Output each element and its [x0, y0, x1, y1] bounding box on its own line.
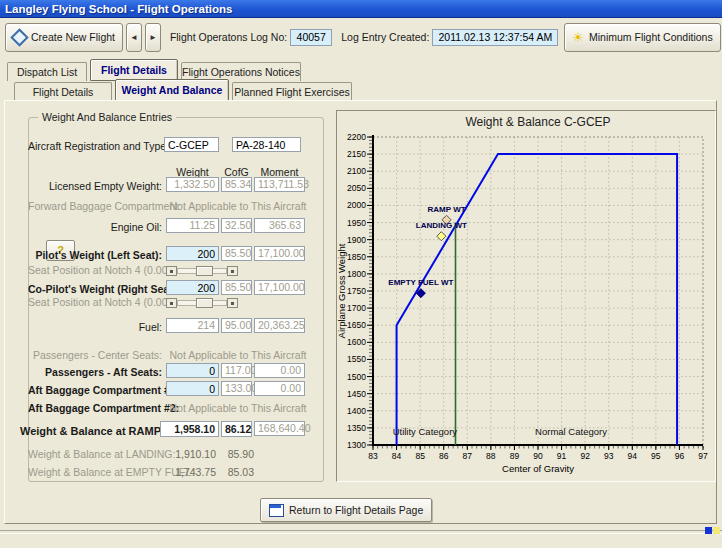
flight-operations-window: Langley Flying School - Flight Operation…	[0, 0, 722, 548]
licensed-moment-field: 113,711.53	[254, 177, 305, 192]
return-button-label: Return to Flight Details Page	[289, 504, 423, 516]
group-title: Weight And Balance Entries	[38, 111, 176, 123]
svg-text:86: 86	[439, 451, 449, 461]
aft-bag1-label: Aft Baggage Compartment #1:	[28, 384, 162, 396]
empty-fuel-label: Weight & Balance at EMPTY FUEL:	[28, 466, 162, 478]
engine-oil-moment-field: 365.63	[254, 218, 305, 233]
arrow-left-icon: ◄	[130, 33, 138, 42]
sun-icon: ☀	[572, 31, 584, 44]
chart-titles: Weight & Balance C-GCEPCenter of Gravity…	[337, 115, 611, 474]
engine-oil-label: Engine Oil:	[28, 221, 162, 233]
fuel-label: Fuel:	[28, 321, 162, 333]
minimum-flight-conditions-button[interactable]: ☀ Minimum Flight Conditions	[564, 23, 720, 52]
log-no-field[interactable]	[290, 29, 332, 46]
svg-text:89: 89	[510, 451, 520, 461]
slider-left-button[interactable]	[166, 266, 177, 276]
pax-center-label: Passengers - Center Seats:	[28, 349, 162, 361]
svg-text:1700: 1700	[347, 303, 366, 313]
tab-planned-flight-exercises[interactable]: Planned Flight Exercises	[232, 82, 352, 101]
aircraft-reg-type-label: Aircraft Registration and Type:	[28, 140, 162, 152]
svg-text:Utility Category: Utility Category	[393, 426, 458, 437]
svg-text:88: 88	[486, 451, 496, 461]
create-new-flight-label: Create New Flight	[31, 31, 115, 43]
tab-weight-and-balance[interactable]: Weight And Balance	[115, 79, 229, 101]
svg-text:2000: 2000	[347, 200, 366, 210]
log-created-field[interactable]	[432, 29, 558, 46]
svg-text:1900: 1900	[347, 235, 366, 245]
svg-text:90: 90	[533, 451, 543, 461]
pilot-cofg-field: 85.50	[221, 246, 252, 261]
copilot-cofg-field: 85.50	[221, 280, 252, 295]
aft-bag1-moment-field: 0.00	[254, 381, 305, 396]
slider-right-button[interactable]	[227, 298, 238, 308]
svg-text:Normal Category: Normal Category	[535, 426, 607, 437]
aft-bag1-weight-field[interactable]	[166, 381, 219, 396]
pax-aft-weight-field[interactable]	[166, 363, 219, 378]
outer-tab-strip: Dispatch List Flight Details Flight Oper…	[7, 60, 301, 81]
licensed-empty-weight-label: Licensed Empty Weight:	[28, 180, 162, 192]
svg-text:2050: 2050	[347, 183, 366, 193]
minimum-flight-conditions-label: Minimum Flight Conditions	[589, 31, 713, 43]
tab-flight-details-outer[interactable]: Flight Details	[90, 59, 178, 81]
licensed-cofg-field: 85.34	[221, 177, 252, 192]
copilot-weight-field[interactable]	[166, 280, 219, 295]
log-created-label: Log Entry Created:	[341, 31, 429, 43]
aft-bag1-cofg-field: 133.00	[221, 381, 252, 396]
aircraft-registration-field[interactable]	[164, 137, 219, 152]
copilot-seat-slider[interactable]	[166, 298, 238, 308]
pilot-seat-slider[interactable]	[166, 266, 238, 276]
form-window-icon	[269, 504, 284, 517]
svg-text:91: 91	[557, 451, 567, 461]
slider-right-button[interactable]	[227, 266, 238, 276]
pilot-seat-position-label: Seat Position at Notch 4 (0.00")	[28, 264, 162, 276]
svg-text:93: 93	[604, 451, 614, 461]
inner-tab-strip: Flight Details Weight And Balance Planne…	[14, 81, 352, 101]
aircraft-type-field[interactable]	[232, 137, 301, 152]
weight-balance-chart: 8384858687888990919293949596971300135014…	[337, 111, 715, 481]
svg-text:1750: 1750	[347, 286, 366, 296]
pax-aft-moment-field: 0.00	[254, 363, 305, 378]
arrow-right-icon: ►	[149, 33, 157, 42]
ramp-weight-field: 1,958.10	[160, 421, 219, 437]
copilot-weight-label: Co-Pilot's Weight (Right Seat):	[28, 283, 162, 295]
svg-text:83: 83	[368, 451, 378, 461]
slider-thumb[interactable]	[196, 266, 213, 276]
copilot-moment-field: 17,100.00	[254, 280, 305, 295]
next-record-button[interactable]: ►	[145, 23, 161, 52]
landing-label: Weight & Balance at LANDING:	[28, 448, 162, 460]
empty-fuel-weight-value: 1,743.75	[166, 466, 216, 478]
fwd-baggage-label: Forward Baggage Compartment:	[28, 200, 162, 212]
licensed-weight-field: 1,332.50	[166, 177, 219, 192]
pax-aft-label: Passengers - Aft Seats:	[28, 366, 162, 378]
fuel-moment-field: 20,363.25	[254, 318, 305, 333]
svg-text:87: 87	[463, 451, 473, 461]
svg-text:92: 92	[580, 451, 590, 461]
svg-text:85: 85	[415, 451, 425, 461]
svg-text:1650: 1650	[347, 320, 366, 330]
create-new-flight-button[interactable]: Create New Flight	[5, 23, 123, 52]
tab-dispatch-list[interactable]: Dispatch List	[7, 62, 87, 81]
slider-left-button[interactable]	[166, 298, 177, 308]
pax-center-na: Not Applicable to This Aircraft	[168, 349, 308, 361]
return-to-flight-details-button[interactable]: Return to Flight Details Page	[260, 498, 432, 522]
slider-thumb[interactable]	[196, 298, 213, 308]
svg-text:1850: 1850	[347, 252, 366, 262]
toolbar: Create New Flight ◄ ► Flight Operatons L…	[5, 23, 717, 51]
diamond-icon	[10, 28, 28, 46]
pilot-weight-field[interactable]	[166, 246, 219, 261]
svg-text:95: 95	[651, 451, 661, 461]
fwd-baggage-na: Not Applicable to This Aircraft	[168, 200, 308, 212]
chart-region-labels: Utility CategoryNormal Category	[393, 426, 607, 437]
ramp-label: Weight & Balance at RAMP:	[20, 425, 158, 437]
engine-oil-weight-field: 11.25	[166, 218, 219, 233]
svg-text:Weight & Balance C-GCEP: Weight & Balance C-GCEP	[465, 115, 610, 129]
pax-aft-cofg-field: 117.00	[221, 363, 252, 378]
svg-text:1350: 1350	[347, 423, 366, 433]
tab-flight-details-inner[interactable]: Flight Details	[14, 82, 112, 101]
fuel-weight-field: 214	[166, 318, 219, 333]
landing-weight-value: 1,910.10	[166, 448, 216, 460]
svg-text:94: 94	[628, 451, 638, 461]
svg-text:1500: 1500	[347, 372, 366, 382]
previous-record-button[interactable]: ◄	[126, 23, 142, 52]
svg-text:97: 97	[698, 451, 708, 461]
